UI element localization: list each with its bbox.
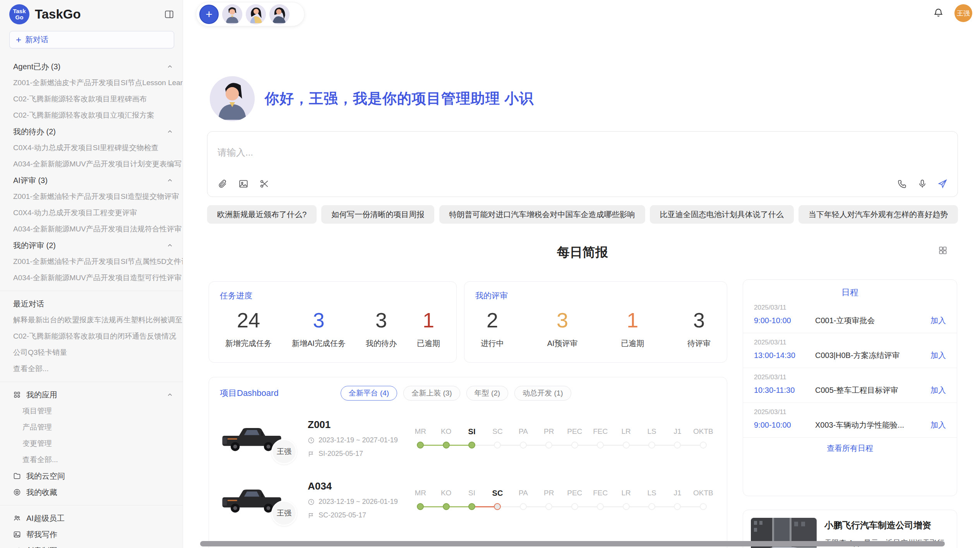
recent-chat-item[interactable]: 解释最新出台的欧盟报废车法规再生塑料比例被调至15%... (0, 312, 183, 328)
recent-chat-item[interactable]: 公司Q3轻卡销量 (0, 344, 183, 361)
join-button[interactable]: 加入 (930, 420, 946, 430)
top-right-controls: 王强 (933, 4, 972, 22)
scissors-icon[interactable] (259, 179, 269, 189)
sidebar-task-item[interactable]: C0X4-动力总成开发项目SI里程碑提交物检查 (0, 140, 183, 156)
milestone-dot (623, 503, 630, 510)
notification-bell-icon[interactable] (933, 7, 944, 19)
sidebar-toggle-icon[interactable] (164, 9, 174, 19)
tab-new-platform[interactable]: 全新平台 (4) (341, 386, 397, 401)
project-next-milestone: SC-2025-05-17 (308, 511, 405, 519)
news-title: 小鹏飞行汽车制造公司增资 (824, 519, 949, 531)
milestone-dot (417, 503, 424, 510)
sidebar-item-project-mgmt[interactable]: 项目管理 (0, 403, 183, 419)
greeting-block: 你好，王强，我是你的项目管理助理 小识 (210, 76, 534, 121)
layout-grid-icon[interactable] (938, 245, 948, 257)
sidebar-item-change-mgmt[interactable]: 变更管理 (0, 435, 183, 452)
tab-new-body[interactable]: 全新上装 (3) (403, 386, 460, 401)
stat-ai-done[interactable]: 3 新增AI完成任务 (292, 308, 346, 349)
avatar[interactable] (222, 4, 242, 24)
my-review-card: 我的评审 2 进行中 3 AI预评审 1 已逾期 3 待评审 (464, 281, 727, 363)
app-logo: Task Go (9, 4, 29, 24)
section-agent-done[interactable]: Agent已办 (3) (0, 58, 183, 75)
sidebar-item-creative-draw[interactable]: 创意制图 (0, 543, 183, 548)
divider (0, 382, 183, 382)
schedule-event: 2025/03/11 13:00-14:30 C003|H0B-方案冻结评审 加… (743, 333, 957, 368)
stat-my-todo[interactable]: 3 我的待办 (366, 308, 397, 349)
logo-line2: Go (15, 14, 24, 21)
add-member-button[interactable]: + (199, 5, 219, 24)
event-time: 9:00-10:00 (754, 316, 815, 325)
event-title: C003|H0B-方案冻结评审 (815, 350, 930, 361)
send-icon[interactable] (937, 179, 947, 189)
tab-powertrain[interactable]: 动总开发 (1) (514, 386, 571, 401)
event-title: C005-整车工程目标评审 (815, 385, 930, 396)
sidebar-task-item[interactable]: A034-全新新能源MUV产品开发项目法规符合性评审 (0, 221, 183, 237)
dashboard-tabs: 全新平台 (4) 全新上装 (3) 年型 (2) 动总开发 (1) (341, 386, 571, 401)
sidebar-nav: Agent已办 (3) Z001-全新燃油皮卡产品开发项目SI节点Lesson … (0, 58, 183, 548)
clock-icon (308, 498, 315, 505)
suggestion-chip[interactable]: 如何写一份清晰的项目周报 (321, 205, 434, 224)
stat-overdue[interactable]: 1 已逾期 (417, 308, 440, 349)
new-chat-button[interactable]: + 新对话 (9, 31, 174, 48)
recent-chat-item[interactable]: C02-飞腾新能源轻客改款项目的闭环通告反馈情况 (0, 328, 183, 344)
sidebar-task-item[interactable]: A034-全新新能源MUV产品开发项目计划变更表编写 (0, 156, 183, 172)
avatar[interactable] (246, 4, 266, 24)
milestone-dot (520, 442, 527, 449)
chevron-up-icon (166, 63, 173, 70)
join-button[interactable]: 加入 (930, 315, 946, 326)
flag-icon (308, 512, 315, 519)
sidebar-task-item[interactable]: Z001-全新燃油皮卡产品开发项目SI节点Lesson Learn报告 (0, 75, 183, 91)
phone-icon[interactable] (897, 179, 907, 189)
section-ai-review[interactable]: AI评审 (3) (0, 172, 183, 188)
input-action-tools (897, 179, 947, 189)
apps-view-all[interactable]: 查看全部... (0, 452, 183, 468)
horizontal-scrollbar[interactable] (200, 541, 945, 546)
stat-new-done[interactable]: 24 新增完成任务 (225, 308, 272, 349)
sidebar-task-item[interactable]: C02-飞腾新能源轻客改款项目立项汇报方案 (0, 107, 183, 123)
chevron-up-icon (166, 242, 173, 249)
sidebar-item-product-mgmt[interactable]: 产品管理 (0, 419, 183, 435)
tab-year-model[interactable]: 年型 (2) (466, 386, 509, 401)
sidebar-item-my-apps[interactable]: 我的应用 (0, 387, 183, 403)
stat-review-overdue[interactable]: 1 已逾期 (621, 308, 644, 349)
milestone-dot (443, 503, 450, 510)
sidebar-item-ai-super-staff[interactable]: AI超级员工 (0, 510, 183, 526)
sidebar-item-favorites[interactable]: 我的收藏 (0, 484, 183, 500)
paperclip-icon[interactable] (218, 179, 228, 189)
project-row[interactable]: 王强 Z001 2023-12-19 ~ 2027-01-19 SI-2025-… (220, 418, 716, 459)
sidebar-task-item[interactable]: A034-全新新能源MUV产品开发项目造型可行性评审 (0, 270, 183, 286)
sidebar-header: Task Go TaskGo (0, 0, 183, 25)
join-button[interactable]: 加入 (930, 350, 946, 361)
view-all-schedule-link[interactable]: 查看所有日程 (743, 443, 957, 454)
section-my-review[interactable]: 我的评审 (2) (0, 237, 183, 253)
microphone-icon[interactable] (917, 179, 927, 189)
suggestion-chip[interactable]: 当下年轻人对汽车外观有怎样的喜好趋势 (798, 205, 958, 224)
event-time: 9:00-10:00 (754, 421, 815, 430)
sidebar-task-item[interactable]: Z001-全新燃油轻卡产品开发项目SI节点属性5D文件评审 (0, 253, 183, 270)
task-progress-title: 任务进度 (220, 290, 445, 301)
suggestion-chip[interactable]: 比亚迪全固态电池计划具体说了什么 (650, 205, 794, 224)
chat-input[interactable] (213, 137, 952, 168)
recent-view-all[interactable]: 查看全部... (0, 361, 183, 377)
milestone-dot (417, 442, 424, 449)
apps-grid-icon (13, 391, 21, 399)
project-row[interactable]: 王强 A034 2023-12-19 ~ 2026-01-19 SC-2025-… (220, 479, 716, 521)
suggestion-chip[interactable]: 特朗普可能对进口汽车增税会对中国车企造成哪些影响 (439, 205, 645, 224)
image-icon[interactable] (238, 179, 248, 189)
join-button[interactable]: 加入 (930, 385, 946, 396)
avatar[interactable] (269, 4, 290, 24)
stat-ai-prereview[interactable]: 3 AI预评审 (547, 308, 578, 349)
section-my-todo[interactable]: 我的待办 (2) (0, 123, 183, 140)
user-avatar[interactable]: 王强 (954, 4, 972, 22)
sidebar-task-item[interactable]: C0X4-动力总成开发项目工程变更评审 (0, 205, 183, 221)
suggestion-chip[interactable]: 欧洲新规最近颁布了什么? (207, 205, 317, 224)
event-title: C001-立项审批会 (815, 315, 930, 326)
sidebar-task-item[interactable]: Z001-全新燃油轻卡产品开发项目SI造型提交物评审 (0, 188, 183, 205)
sidebar-item-help-write[interactable]: 帮我写作 (0, 526, 183, 543)
milestone-dot (545, 442, 552, 449)
stat-in-progress[interactable]: 2 进行中 (481, 308, 504, 349)
stat-to-review[interactable]: 3 待评审 (687, 308, 711, 349)
sidebar-task-item[interactable]: C02-飞腾新能源轻客改款项目里程碑画布 (0, 91, 183, 107)
milestone-dot (468, 503, 475, 510)
sidebar-item-cloud-space[interactable]: 我的云空间 (0, 468, 183, 484)
